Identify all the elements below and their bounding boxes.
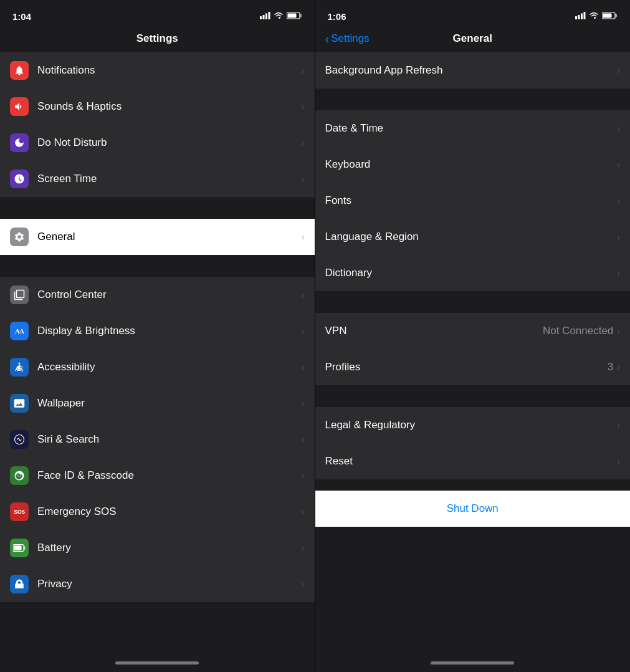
- vpn-value: Not Connected: [543, 325, 613, 337]
- accessibility-chevron: ›: [302, 362, 305, 372]
- sos-chevron: ›: [302, 507, 305, 517]
- settings-row-faceid[interactable]: Face ID & Passcode ›: [0, 458, 315, 494]
- settings-row-reset[interactable]: Reset ›: [315, 443, 631, 479]
- settings-row-siri[interactable]: Siri & Search ›: [0, 421, 315, 458]
- settings-row-sos[interactable]: SOS Emergency SOS ›: [0, 494, 315, 530]
- datetime-label: Date & Time: [325, 122, 618, 135]
- settings-row-controlcenter[interactable]: Control Center ›: [0, 277, 315, 313]
- sos-icon: SOS: [10, 502, 29, 521]
- settings-row-wallpaper[interactable]: Wallpaper ›: [0, 385, 315, 421]
- settings-row-datetime[interactable]: Date & Time ›: [315, 110, 631, 146]
- right-gap-3: [315, 385, 631, 407]
- fonts-label: Fonts: [325, 194, 618, 207]
- settings-row-accessibility[interactable]: Accessibility ›: [0, 349, 315, 385]
- accessibility-icon: [10, 358, 29, 377]
- right-group-1: Background App Refresh ›: [315, 52, 631, 89]
- settings-row-displaybrightness[interactable]: AA Display & Brightness ›: [0, 313, 315, 349]
- svg-rect-17: [616, 14, 618, 17]
- screentime-icon: [10, 170, 29, 188]
- right-status-bar: 1:06: [315, 0, 631, 27]
- svg-rect-0: [260, 16, 262, 19]
- left-panel: 1:04 Settings Notifications ›: [0, 0, 315, 672]
- faceid-icon: [10, 466, 29, 485]
- shutdown-row[interactable]: Shut Down: [315, 491, 631, 527]
- settings-row-notifications[interactable]: Notifications ›: [0, 52, 315, 89]
- svg-rect-14: [581, 14, 583, 20]
- notifications-label: Notifications: [37, 64, 302, 77]
- settings-row-general[interactable]: General ›: [0, 219, 315, 255]
- general-label: General: [37, 231, 302, 243]
- svg-rect-1: [262, 15, 264, 19]
- right-bottom-handle: [315, 656, 631, 672]
- donotdisturb-chevron: ›: [302, 138, 305, 148]
- settings-row-legal[interactable]: Legal & Regulatory ›: [315, 407, 631, 443]
- screentime-chevron: ›: [302, 174, 305, 184]
- screentime-label: Screen Time: [37, 173, 302, 185]
- right-group-4: Legal & Regulatory › Reset ›: [315, 407, 631, 479]
- settings-row-dictionary[interactable]: Dictionary ›: [315, 255, 631, 291]
- displaybrightness-icon: AA: [10, 322, 29, 340]
- sos-label: Emergency SOS: [37, 506, 302, 518]
- fonts-chevron: ›: [617, 196, 620, 206]
- back-button[interactable]: ‹ Settings: [325, 32, 370, 45]
- svg-rect-3: [268, 12, 270, 19]
- wifi-icon: [274, 11, 284, 22]
- settings-row-vpn[interactable]: VPN Not Connected ›: [315, 313, 631, 349]
- legal-label: Legal & Regulatory: [325, 419, 618, 431]
- vpn-chevron: ›: [617, 326, 620, 336]
- general-icon: [10, 228, 29, 246]
- dictionary-label: Dictionary: [325, 267, 618, 279]
- wallpaper-icon: [10, 394, 29, 413]
- faceid-label: Face ID & Passcode: [37, 469, 302, 482]
- general-chevron: ›: [302, 232, 305, 242]
- left-bottom-handle: [0, 656, 315, 672]
- bgrefresh-label: Background App Refresh: [325, 64, 618, 77]
- left-home-indicator: [115, 661, 199, 665]
- settings-row-profiles[interactable]: Profiles 3 ›: [315, 349, 631, 385]
- svg-rect-12: [575, 16, 577, 19]
- displaybrightness-label: Display & Brightness: [37, 325, 302, 337]
- svg-rect-15: [584, 12, 586, 19]
- siri-label: Siri & Search: [37, 433, 302, 446]
- settings-row-privacy[interactable]: Privacy ›: [0, 566, 315, 602]
- faceid-chevron: ›: [302, 471, 305, 481]
- right-gap-2: [315, 291, 631, 313]
- language-label: Language & Region: [325, 231, 618, 243]
- settings-row-screentime[interactable]: Screen Time ›: [0, 161, 315, 197]
- settings-row-fonts[interactable]: Fonts ›: [315, 183, 631, 219]
- settings-row-donotdisturb[interactable]: Do Not Disturb ›: [0, 125, 315, 161]
- bgrefresh-chevron: ›: [617, 65, 620, 75]
- privacy-label: Privacy: [37, 578, 302, 590]
- right-battery-icon: [602, 11, 618, 22]
- wallpaper-label: Wallpaper: [37, 397, 302, 410]
- settings-row-sounds[interactable]: Sounds & Haptics ›: [0, 89, 315, 125]
- battery-chevron: ›: [302, 543, 305, 553]
- svg-rect-5: [300, 14, 302, 17]
- right-nav-bar: ‹ Settings General: [315, 27, 631, 52]
- sounds-chevron: ›: [302, 102, 305, 112]
- reset-chevron: ›: [617, 456, 620, 466]
- wallpaper-chevron: ›: [302, 398, 305, 408]
- donotdisturb-label: Do Not Disturb: [37, 137, 302, 149]
- left-nav-title: Settings: [136, 32, 178, 45]
- reset-label: Reset: [325, 455, 618, 468]
- right-signal-icon: [575, 11, 586, 22]
- settings-row-bgrefresh[interactable]: Background App Refresh ›: [315, 52, 631, 89]
- left-time: 1:04: [12, 11, 31, 22]
- settings-row-keyboard[interactable]: Keyboard ›: [315, 146, 631, 183]
- left-settings-list[interactable]: Notifications › Sounds & Haptics › Do No…: [0, 52, 315, 656]
- settings-row-battery[interactable]: Battery ›: [0, 530, 315, 566]
- svg-rect-6: [287, 14, 296, 18]
- battery-label: Battery: [37, 542, 302, 554]
- signal-icon: [260, 12, 270, 21]
- accessibility-label: Accessibility: [37, 361, 302, 373]
- right-gap-4: [315, 479, 631, 491]
- left-nav-bar: Settings: [0, 27, 315, 52]
- datetime-chevron: ›: [617, 123, 620, 133]
- privacy-chevron: ›: [302, 579, 305, 589]
- right-bottom-dark: [315, 527, 631, 564]
- back-chevron-icon: ‹: [325, 32, 330, 45]
- right-settings-list[interactable]: Background App Refresh › Date & Time › K…: [315, 52, 631, 656]
- privacy-icon: [10, 575, 29, 593]
- settings-row-language[interactable]: Language & Region ›: [315, 219, 631, 255]
